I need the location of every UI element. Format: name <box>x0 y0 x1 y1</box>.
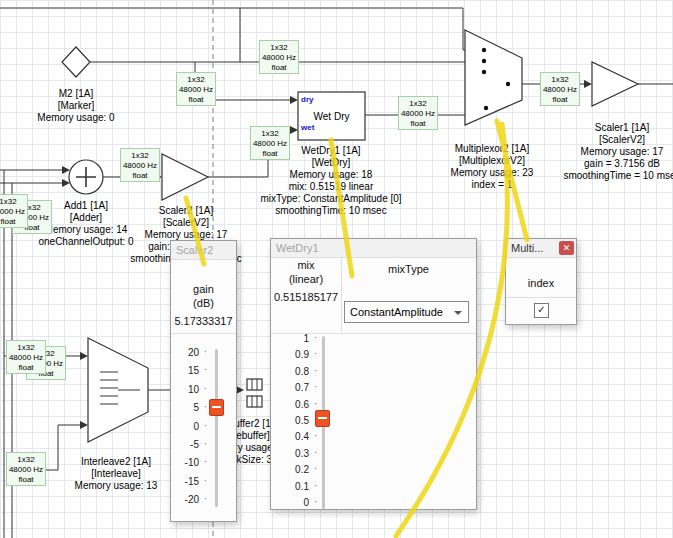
block-label-line: [Marker] <box>37 100 114 112</box>
wetdry1-inspector-panel[interactable]: WetDry1 mix (linear) mixType 0.515185177… <box>270 238 477 510</box>
block-label-line: Scaler1 [1A] <box>563 122 673 134</box>
signal-info-box: 1x3248000 Hzfloat <box>6 452 46 486</box>
slider-tick-label: 0.6 <box>281 400 309 410</box>
block-label-line: oneChannelOutput: 0 <box>38 236 133 248</box>
panel-title-bar[interactable]: WetDry1 <box>271 239 476 258</box>
gain-slider-scale: 20151050-5-10-15-20 <box>173 348 199 505</box>
block-label-line: [Adder] <box>38 212 133 224</box>
wetdry-wet-pin-label: wet <box>301 123 314 132</box>
panel-title-bar[interactable]: Scaler2 <box>171 241 236 260</box>
scaler2-inspector-panel[interactable]: Scaler2 gain (dB) 5.17333317 20151050-5-… <box>170 240 237 522</box>
marker-block-m2[interactable] <box>62 47 90 77</box>
slider-tick-label: 0.9 <box>281 350 309 360</box>
gain-slider-track[interactable] <box>215 349 218 507</box>
block-label-line: Memory usage: 23 <box>451 167 534 179</box>
slider-tick-label: -10 <box>173 458 199 468</box>
signal-info-box: 1x3248000 Hzfloat <box>250 126 290 160</box>
slider-tick-label: 0 <box>173 422 199 432</box>
signal-info-box: 1x3248000 Hzfloat <box>120 148 160 182</box>
slider-tick-label: 0.1 <box>281 482 309 492</box>
mix-slider-handle[interactable] <box>315 410 330 427</box>
separator <box>171 333 236 334</box>
block-label-line: Multiplexor2 [1A] <box>451 143 534 155</box>
slider-tick-label: 0.5 <box>281 416 309 426</box>
block-label-line: gain = 3.7156 dB <box>563 158 673 170</box>
slider-tick-label: 10 <box>173 385 199 395</box>
rebuffer-block-icon[interactable] <box>247 396 262 407</box>
slider-tick-label: 0 <box>281 498 309 508</box>
block-label-line: mix: 0.51519 linear <box>260 181 401 193</box>
block-label-line: index = 1 <box>451 179 534 191</box>
block-label-line: Memory usage: 14 <box>38 224 133 236</box>
gain-unit-label: (dB) <box>171 297 236 310</box>
slider-tick-label: 1 <box>281 334 309 344</box>
mixtype-dropdown[interactable]: ConstantAmplitude <box>344 301 469 323</box>
slider-tick-label: 5 <box>173 403 199 413</box>
slider-tick-label: 0.4 <box>281 432 309 442</box>
index-param-label: index <box>506 277 576 290</box>
scaler-block-scaler2[interactable] <box>162 154 208 200</box>
block-label-multiplexor2: Multiplexor2 [1A][MultiplexorV2]Memory u… <box>451 143 534 191</box>
block-label-line: smoothingTime: 10 msec <box>260 205 401 217</box>
block-label-add1: Add1 [1A][Adder]Memory usage: 14oneChann… <box>38 200 133 248</box>
slider-tick-label: -15 <box>173 477 199 487</box>
block-label-line: [Interleave] <box>75 468 158 480</box>
slider-tick-label: -5 <box>173 440 199 450</box>
index-checkbox[interactable]: ✓ <box>534 303 549 318</box>
slider-tick-label: -20 <box>173 495 199 505</box>
signal-info-box: 1x3248000 Hzfloat <box>0 194 28 228</box>
block-label-line: mixType: ConstantAmplitude [0] <box>260 193 401 205</box>
block-label-line: Memory usage: 18 <box>260 169 401 181</box>
signal-info-box: 1x3248000 Hzfloat <box>176 72 216 106</box>
gain-value[interactable]: 5.17333317 <box>171 315 236 328</box>
signal-info-box: 1x3248000 Hzfloat <box>259 40 299 74</box>
rebuffer-block-icon[interactable] <box>247 379 262 390</box>
mix-unit-label: (linear) <box>271 273 341 286</box>
block-label-line: Memory usage: 0 <box>37 112 114 124</box>
block-label-line: smoothingTime = 10 msec <box>563 170 673 182</box>
block-label-scaler1: Scaler1 [1A][ScalerV2]Memory usage: 17ga… <box>563 122 673 182</box>
block-label-line: Memory usage: 17 <box>563 146 673 158</box>
wetdry-dry-pin-label: dry <box>301 95 313 104</box>
signal-info-box: 1x3248000 Hzfloat <box>398 96 438 130</box>
multiplexor-inspector-panel[interactable]: Multi... ✕ index ✓ <box>505 238 577 325</box>
gain-param-label: gain <box>171 283 236 296</box>
slider-tick-label: 0.7 <box>281 383 309 393</box>
separator <box>341 257 342 333</box>
block-label-m2: M2 [1A][Marker]Memory usage: 0 <box>37 88 114 124</box>
slider-tick-label: 0.3 <box>281 449 309 459</box>
signal-info-box: 1x3248000 Hzfloat <box>540 72 580 106</box>
slider-tick-label: 15 <box>173 366 199 376</box>
slider-tick-label: 0.8 <box>281 367 309 377</box>
close-icon[interactable]: ✕ <box>559 241 574 255</box>
block-label-line: Interleave2 [1A] <box>75 456 158 468</box>
separator <box>506 297 576 298</box>
block-label-line: Add1 [1A] <box>38 200 133 212</box>
block-label-line: [ScalerV2] <box>563 134 673 146</box>
mix-value[interactable]: 0.515185177 <box>271 291 341 304</box>
mix-slider-scale: 10.90.80.70.60.50.40.30.20.10 <box>281 334 309 508</box>
block-label-line: Scaler2 [1A] <box>130 205 241 217</box>
signal-flow-editor-canvas: { "signal": {"l1": "1x32", "l2": "48000 … <box>0 0 673 538</box>
block-label-line: Memory usage: 13 <box>75 480 158 492</box>
block-label-interleave2: Interleave2 [1A][Interleave]Memory usage… <box>75 456 158 492</box>
scaler-block-scaler1[interactable] <box>592 62 638 106</box>
multiplexor-block-multiplexor2[interactable] <box>465 30 522 125</box>
slider-tick-label: 0.2 <box>281 465 309 475</box>
signal-info-box: 1x3248000 Hzfloat <box>6 340 46 374</box>
mixtype-param-label: mixType <box>341 263 476 276</box>
mix-param-label: mix <box>271 259 341 272</box>
slider-tick-label: 20 <box>173 348 199 358</box>
gain-slider-handle[interactable] <box>209 399 224 416</box>
block-label-line: [MultiplexorV2] <box>451 155 534 167</box>
block-label-line: [ScalerV2] <box>130 217 241 229</box>
block-label-line: M2 [1A] <box>37 88 114 100</box>
